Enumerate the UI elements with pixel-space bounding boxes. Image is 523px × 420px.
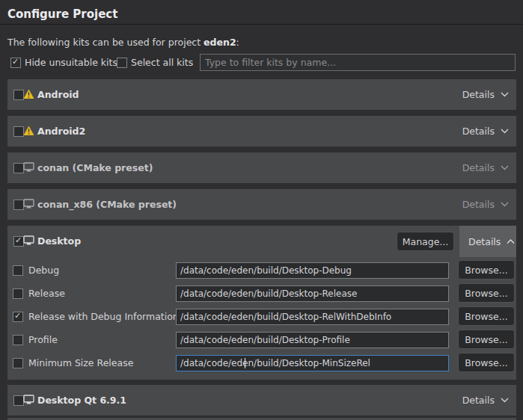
config-checkbox[interactable] <box>13 358 23 368</box>
build-dir-input[interactable] <box>176 309 449 325</box>
config-checkbox[interactable] <box>13 265 23 276</box>
intro-suffix: : <box>236 37 239 48</box>
build-config-row-relwithdebinfo: Release with Debug Information Browse... <box>7 306 516 326</box>
intro-prefix: The following kits can be used for proje… <box>7 37 204 48</box>
kit-name: Android <box>37 89 79 100</box>
config-checkbox[interactable] <box>13 288 23 299</box>
warning-icon <box>23 89 34 99</box>
build-dir-input-focused[interactable] <box>176 355 449 371</box>
intro-text: The following kits can be used for proje… <box>7 37 239 48</box>
details-label: Details <box>462 199 495 210</box>
build-config-row-minsizerel: Minimum Size Release Browse... <box>7 353 516 372</box>
browse-button[interactable]: Browse... <box>458 260 515 280</box>
kit-row-desktop-qt: Desktop Qt 6.9.1 Details <box>7 385 516 416</box>
build-config-row-profile: Profile Browse... <box>7 330 516 349</box>
kit-checkbox[interactable] <box>13 395 24 406</box>
details-toggle[interactable]: Details <box>455 152 516 183</box>
project-name: eden2 <box>204 37 236 48</box>
details-toggle[interactable]: Details <box>455 79 516 110</box>
build-dir-input[interactable] <box>176 332 449 348</box>
kit-row-conan-x86: conan_x86 (CMake preset) Details <box>7 189 516 220</box>
kit-checkbox[interactable] <box>13 126 24 137</box>
details-toggle[interactable]: Details <box>455 189 516 220</box>
monitor-icon <box>23 395 34 405</box>
kit-name: Desktop Qt 6.9.1 <box>37 395 126 406</box>
chevron-up-icon <box>507 239 515 244</box>
monitor-icon <box>23 162 34 173</box>
kit-checkbox[interactable] <box>13 90 24 100</box>
hide-unsuitable-label: Hide unsuitable kits <box>25 57 117 68</box>
manage-button[interactable]: Manage... <box>397 232 454 251</box>
details-toggle[interactable]: Details <box>455 116 516 146</box>
chevron-down-icon <box>501 92 509 97</box>
details-toggle[interactable]: Details <box>459 226 516 257</box>
chevron-down-icon <box>501 129 509 134</box>
kit-section-desktop: Desktop Manage... Details Debug Browse..… <box>7 226 516 380</box>
text-caret <box>245 358 245 368</box>
select-all-checkbox[interactable] <box>117 58 127 68</box>
build-dir-input[interactable] <box>176 262 449 279</box>
browse-button[interactable]: Browse... <box>458 283 515 303</box>
kit-checkbox[interactable] <box>13 200 24 210</box>
config-label: Release <box>28 288 65 299</box>
chevron-down-icon <box>501 398 509 403</box>
hide-unsuitable-checkbox[interactable] <box>10 58 21 68</box>
warning-icon <box>23 126 34 136</box>
page-title: Configure Project <box>7 7 117 21</box>
details-label: Details <box>462 395 495 406</box>
kit-row-android: Android Details <box>7 79 516 110</box>
details-label: Details <box>462 126 495 137</box>
select-all-label: Select all kits <box>131 57 193 68</box>
config-checkbox[interactable] <box>13 335 23 345</box>
kit-name: Android2 <box>37 126 85 137</box>
details-toggle[interactable]: Details <box>455 385 516 416</box>
build-config-row-release: Release Browse... <box>7 283 516 303</box>
build-config-row-debug: Debug Browse... <box>7 260 516 280</box>
config-label: Minimum Size Release <box>28 357 133 368</box>
chevron-down-icon <box>501 165 509 170</box>
config-label: Release with Debug Information <box>28 311 179 322</box>
monitor-icon <box>23 235 34 246</box>
config-label: Profile <box>28 334 58 345</box>
kit-name: conan_x86 (CMake preset) <box>37 199 177 210</box>
kit-name: Desktop <box>37 235 81 247</box>
details-label: Details <box>462 89 495 100</box>
config-checkbox[interactable] <box>13 312 23 322</box>
browse-button[interactable]: Browse... <box>458 306 515 326</box>
browse-button[interactable]: Browse... <box>458 330 515 349</box>
kit-row-conan: conan (CMake preset) Details <box>7 152 516 183</box>
kit-row-android2: Android2 Details <box>7 116 516 146</box>
details-label: Details <box>462 162 495 173</box>
config-label: Debug <box>28 265 59 276</box>
chevron-down-icon <box>501 202 509 207</box>
kit-name: conan (CMake preset) <box>37 162 153 173</box>
monitor-icon <box>23 199 34 209</box>
title-separator <box>0 24 523 25</box>
configure-project-page: Configure Project The following kits can… <box>0 0 523 420</box>
kit-filter-input[interactable] <box>200 54 516 71</box>
kit-checkbox[interactable] <box>13 236 24 247</box>
details-label: Details <box>468 236 501 247</box>
build-dir-input[interactable] <box>176 285 449 302</box>
browse-button[interactable]: Browse... <box>458 353 515 372</box>
kit-checkbox[interactable] <box>13 163 24 173</box>
